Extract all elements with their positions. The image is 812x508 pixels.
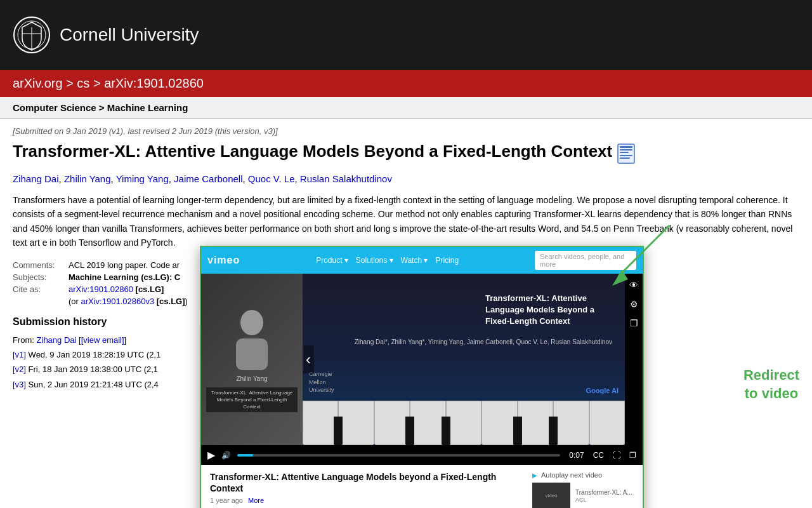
- cite-link-2[interactable]: arXiv:1901.02860v3: [81, 297, 155, 306]
- site-header: Cornell University: [0, 0, 812, 70]
- video-info-title: Transformer-XL: Attentive Language Model…: [210, 471, 522, 494]
- university-name: Cornell University: [60, 25, 199, 45]
- video-more-link[interactable]: More: [248, 497, 264, 504]
- cite-as-label: Cite as:: [13, 284, 63, 294]
- svg-rect-10: [620, 155, 632, 156]
- related-video-source: ACL: [575, 497, 632, 503]
- speaker-thumbnail: Zhilin Yang Transformer-XL: Attentive La…: [201, 274, 303, 445]
- abstract-text: Transformers have a potential of learnin…: [13, 193, 799, 250]
- piano-visual: [303, 394, 625, 445]
- cite-as-value: arXiv:1901.02860 [cs.LG]: [69, 284, 164, 294]
- author-link-5[interactable]: Quoc V. Le: [248, 173, 295, 184]
- video-fullscreen-icon[interactable]: ❐: [630, 318, 638, 328]
- piano-key-black: [334, 417, 343, 445]
- comments-label: Comments:: [13, 260, 63, 270]
- author-link-4[interactable]: Jaime Carbonell: [174, 173, 242, 184]
- author-link-1[interactable]: Zihang Dai: [13, 173, 59, 184]
- submission-info: [Submitted on 9 Jan 2019 (v1), last revi…: [13, 126, 799, 136]
- autoplay-icon: ▶: [532, 472, 537, 479]
- piano-key-white: [303, 401, 338, 445]
- video-prev-button[interactable]: ‹: [303, 345, 314, 373]
- related-video-info: Transformer-XL: A... ACL: [575, 488, 632, 503]
- video-meta-row: 1 year ago More: [210, 497, 522, 504]
- version-1-link[interactable]: [v1]: [13, 350, 26, 359]
- vimeo-nav-product[interactable]: Product ▾: [316, 256, 348, 265]
- redirect-label: Redirect to video: [743, 366, 799, 403]
- related-video-title: Transformer-XL: A...: [575, 488, 632, 497]
- video-area: Zhilin Yang Transformer-XL: Attentive La…: [201, 274, 643, 445]
- subjects-value: Machine Learning (cs.LG): C: [69, 272, 180, 282]
- version-2-link[interactable]: [v2]: [13, 364, 26, 374]
- piano-key-white: [338, 401, 374, 445]
- more-from-acl-label: ▶ Autoplay next video: [532, 471, 634, 479]
- piano-key-white: [589, 401, 625, 445]
- video-captions-icon[interactable]: CC: [593, 451, 604, 460]
- video-watchlist-icon[interactable]: 👁: [629, 280, 638, 290]
- piano-key-white: [446, 401, 481, 445]
- piano-key-white: [553, 401, 589, 445]
- svg-rect-8: [620, 149, 632, 150]
- google-ai-badge: Google AI: [586, 387, 619, 394]
- video-fullscreen-ctrl-icon[interactable]: ❐: [629, 451, 636, 460]
- vimeo-nav-solutions[interactable]: Solutions ▾: [356, 256, 393, 265]
- video-settings-icon[interactable]: ⚙: [630, 299, 638, 309]
- piano-key-black: [549, 417, 558, 445]
- bookmark-icon[interactable]: [617, 144, 635, 166]
- svg-rect-13: [236, 338, 268, 370]
- video-main-player[interactable]: Transformer-XL: Attentive Language Model…: [303, 274, 625, 445]
- video-subtitle-overlay: Zihang Dai*, Zhilin Yang*, Yiming Yang, …: [355, 337, 612, 347]
- video-background: Transformer-XL: Attentive Language Model…: [303, 274, 625, 445]
- piano-key-white: [481, 401, 517, 445]
- author-from-link[interactable]: Zihang Dai: [37, 335, 77, 345]
- author-link-2[interactable]: Zhilin Yang: [64, 173, 111, 184]
- vimeo-nav-watch[interactable]: Watch ▾: [401, 256, 428, 265]
- video-pip-icon[interactable]: ⛶: [613, 451, 620, 460]
- related-video-thumbnail: video: [532, 483, 570, 508]
- main-content: [Submitted on 9 Jan 2019 (v1), last revi…: [0, 119, 812, 404]
- related-video-item[interactable]: video Transformer-XL: A... ACL: [532, 483, 634, 508]
- svg-point-12: [240, 310, 263, 335]
- cite-link-1[interactable]: arXiv:1901.02860: [69, 284, 133, 294]
- video-time: 0:07: [569, 451, 584, 460]
- video-info-bar: Transformer-XL: Attentive Language Model…: [201, 465, 643, 508]
- vimeo-logo[interactable]: vimeo: [207, 255, 240, 266]
- vimeo-nav: Product ▾ Solutions ▾ Watch ▾ Pricing: [316, 256, 459, 265]
- view-email-link[interactable]: [view email]: [81, 335, 124, 345]
- piano-key-white: [518, 401, 553, 445]
- svg-rect-9: [620, 152, 629, 153]
- speaker-name-label: Zhilin Yang: [236, 375, 267, 382]
- video-sidebar-controls: 👁 ⚙ ❐: [625, 274, 643, 445]
- vimeo-video-popup[interactable]: vimeo Product ▾ Solutions ▾ Watch ▾ Pric…: [200, 246, 644, 508]
- vimeo-search-bar[interactable]: Search videos, people, and more: [535, 251, 636, 270]
- svg-rect-11: [620, 157, 630, 159]
- subject-text: Computer Science > Machine Learning: [13, 102, 188, 113]
- play-button[interactable]: ▶: [207, 449, 215, 461]
- more-from-acl-section: ▶ Autoplay next video video Transformer-…: [532, 471, 634, 508]
- video-progress-bar[interactable]: [237, 454, 560, 457]
- video-time-ago: 1 year ago: [210, 497, 243, 504]
- video-info-left: Transformer-XL: Attentive Language Model…: [210, 471, 522, 508]
- cite-as-or-label: [13, 297, 63, 306]
- version-3-link[interactable]: [v3]: [13, 380, 26, 389]
- volume-icon[interactable]: 🔊: [221, 451, 231, 460]
- subjects-label: Subjects:: [13, 272, 63, 282]
- vimeo-nav-pricing[interactable]: Pricing: [435, 256, 459, 265]
- author-link-6[interactable]: Ruslan Salakhutdinov: [300, 173, 392, 184]
- autoplay-label: Autoplay next video: [541, 471, 602, 479]
- subject-bar: Computer Science > Machine Learning: [0, 97, 812, 119]
- breadcrumb[interactable]: arXiv.org > cs > arXiv:1901.02860: [13, 76, 204, 90]
- paper-title-row: Transformer-XL: Attentive Language Model…: [13, 141, 799, 166]
- svg-rect-7: [620, 146, 632, 148]
- piano-key-black: [405, 417, 414, 445]
- video-thumbnail-left: Zhilin Yang Transformer-XL: Attentive La…: [201, 274, 303, 445]
- video-controls-bar: ▶ 🔊 0:07 CC ⛶ ❐: [201, 445, 643, 465]
- speaker-silhouette-icon: [226, 307, 277, 370]
- piano-key-black: [513, 417, 522, 445]
- piano-key-white: [410, 401, 445, 445]
- piano-key-white: [374, 401, 410, 445]
- vimeo-topbar: vimeo Product ▾ Solutions ▾ Watch ▾ Pric…: [201, 247, 643, 274]
- authors-list: Zihang Dai, Zhilin Yang, Yiming Yang, Ja…: [13, 173, 799, 184]
- comments-value: ACL 2019 long paper. Code ar: [69, 260, 180, 270]
- author-link-3[interactable]: Yiming Yang: [116, 173, 169, 184]
- cornell-logo-icon: [13, 16, 51, 54]
